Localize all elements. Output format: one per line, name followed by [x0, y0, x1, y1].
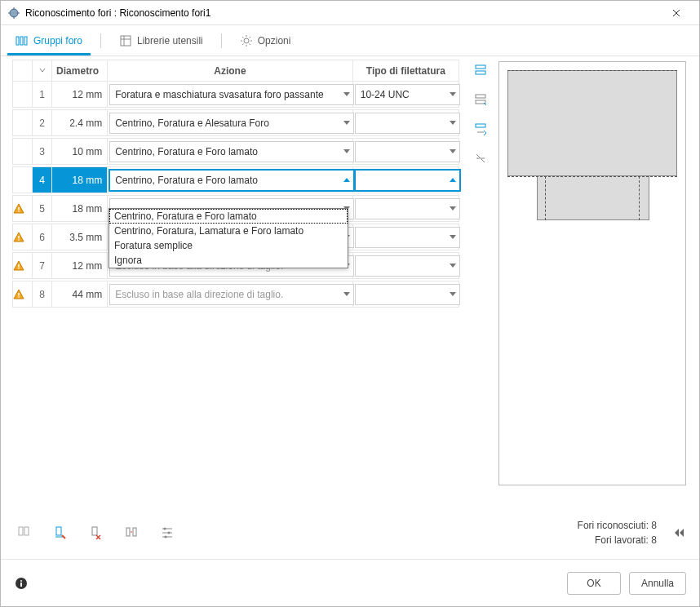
- svg-point-26: [168, 532, 171, 534]
- svg-rect-21: [56, 527, 61, 535]
- status-counts: Fori riconosciuti: 8 Fori lavorati: 8: [578, 518, 657, 547]
- tab-separator: [100, 33, 101, 48]
- action-combo[interactable]: Foratura e maschiatura svasatura foro pa…: [109, 84, 354, 105]
- tab-tool-libraries[interactable]: Librerie utensili: [116, 25, 206, 55]
- svg-point-5: [244, 38, 249, 43]
- table-row[interactable]: 418 mmCentrino, Foratura e Foro lamato: [13, 167, 459, 193]
- svg-rect-12: [18, 293, 19, 296]
- thread-cell: [352, 196, 459, 222]
- gear-icon: [240, 34, 253, 47]
- thread-cell: [352, 281, 459, 308]
- svg-rect-22: [92, 527, 97, 535]
- tab-label: Librerie utensili: [137, 35, 203, 47]
- info-icon[interactable]: [14, 576, 29, 591]
- tool-btn-remove[interactable]: [84, 521, 107, 544]
- header-thread-type[interactable]: Tipo di filettatura: [352, 60, 459, 82]
- preview-pane: [495, 56, 699, 507]
- close-button[interactable]: [660, 2, 693, 24]
- svg-rect-18: [476, 124, 485, 127]
- thread-combo[interactable]: [355, 255, 460, 277]
- dropdown-option[interactable]: Centrino, Foratura e Foro lamato: [109, 209, 348, 224]
- chevron-down-icon: [450, 121, 456, 125]
- action-combo[interactable]: Centrino, Foratura e Foro lamato: [109, 141, 354, 162]
- preview-dashed-line: [545, 176, 546, 220]
- dropdown-option[interactable]: Ignora: [109, 253, 348, 268]
- warning-cell: [13, 196, 33, 222]
- side-btn-1[interactable]: [472, 61, 490, 79]
- chevron-down-icon: [450, 92, 456, 96]
- side-btn-2[interactable]: [472, 91, 490, 109]
- hole-groups-icon: [16, 34, 29, 47]
- footer: OK Annulla: [1, 559, 699, 606]
- diameter-cell: 12 mm: [52, 82, 108, 108]
- side-btn-4[interactable]: [472, 149, 490, 167]
- table-pane: Diametro Azione Tipo di filettatura 112 …: [1, 56, 466, 507]
- action-combo[interactable]: Escluso in base alla direzione di taglio…: [109, 284, 354, 305]
- thread-combo[interactable]: [355, 227, 460, 248]
- thread-cell: [352, 167, 459, 193]
- tool-btn-select[interactable]: [48, 521, 71, 544]
- table-row[interactable]: 310 mmCentrino, Foratura e Foro lamato: [13, 139, 459, 165]
- cancel-button[interactable]: Annulla: [629, 572, 686, 595]
- warning-cell: [13, 167, 33, 193]
- thread-combo[interactable]: [355, 284, 460, 305]
- table-row[interactable]: 22.4 mmCentrino, Foratura e Alesatura Fo…: [13, 110, 459, 136]
- header-warn: [13, 60, 33, 82]
- table-row[interactable]: 112 mmForatura e maschiatura svasatura f…: [13, 82, 459, 108]
- warning-cell: [13, 281, 33, 308]
- preview-outer-shape: [507, 70, 677, 176]
- thread-combo[interactable]: [355, 198, 460, 219]
- dropdown-option[interactable]: Centrino, Foratura, Lamatura e Foro lama…: [109, 224, 348, 238]
- thread-combo-text: 10-24 UNC: [361, 89, 446, 100]
- svg-rect-19: [19, 527, 23, 535]
- dropdown-option[interactable]: Foratura semplice: [109, 238, 348, 253]
- app-icon: [7, 7, 20, 20]
- tool-btn-split[interactable]: [120, 521, 143, 544]
- header-action[interactable]: Azione: [108, 60, 353, 82]
- ok-button[interactable]: OK: [567, 572, 621, 595]
- header-diameter[interactable]: Diametro: [52, 60, 108, 82]
- dialog-window: Riconoscimento fori : Riconoscimento for…: [0, 0, 700, 607]
- warning-cell: [13, 224, 33, 250]
- row-number: 6: [33, 224, 52, 250]
- table-row[interactable]: 844 mmEscluso in base alla direzione di …: [13, 281, 459, 308]
- header-expand[interactable]: [33, 60, 52, 82]
- svg-point-27: [165, 536, 167, 538]
- diameter-cell: 3.5 mm: [52, 224, 108, 250]
- hole-preview: [498, 61, 686, 485]
- thread-combo[interactable]: [355, 113, 460, 134]
- svg-rect-8: [18, 236, 19, 239]
- thread-cell: [352, 139, 459, 165]
- svg-rect-11: [18, 268, 19, 268]
- tab-options[interactable]: Opzioni: [237, 25, 295, 55]
- svg-rect-4: [121, 36, 131, 46]
- tool-btn-group[interactable]: [12, 521, 35, 544]
- rewind-button[interactable]: [670, 524, 688, 542]
- tab-hole-groups[interactable]: Gruppi foro: [12, 25, 86, 55]
- action-combo[interactable]: Centrino, Foratura e Alesatura Foro: [109, 113, 354, 134]
- action-cell: Centrino, Foratura e Foro lamato: [108, 139, 353, 165]
- row-number: 8: [33, 281, 52, 308]
- action-cell: Centrino, Foratura e Foro lamato: [108, 167, 353, 193]
- svg-rect-16: [476, 95, 485, 98]
- row-number: 2: [33, 110, 52, 136]
- thread-combo[interactable]: [355, 141, 460, 162]
- thread-combo[interactable]: [355, 170, 460, 191]
- side-btn-3[interactable]: [472, 120, 490, 138]
- warning-cell: [13, 253, 33, 279]
- chevron-down-icon: [343, 149, 350, 153]
- machined-value: 8: [651, 534, 657, 546]
- diameter-cell: 2.4 mm: [52, 110, 108, 136]
- action-combo[interactable]: Centrino, Foratura e Foro lamato: [109, 170, 354, 191]
- thread-cell: 10-24 UNC: [352, 82, 459, 108]
- svg-rect-1: [16, 37, 19, 45]
- thread-combo[interactable]: 10-24 UNC: [355, 84, 460, 105]
- diameter-cell: 18 mm: [52, 196, 108, 222]
- action-combo-text: Centrino, Foratura e Foro lamato: [115, 146, 340, 157]
- action-combo-text: Foratura e maschiatura svasatura foro pa…: [115, 89, 340, 100]
- machined-label: Fori lavorati:: [595, 534, 649, 546]
- preview-dashed-line: [639, 176, 640, 220]
- holes-table: Diametro Azione Tipo di filettatura 112 …: [12, 60, 459, 310]
- tool-btn-settings[interactable]: [156, 521, 179, 544]
- row-number: 3: [33, 139, 52, 165]
